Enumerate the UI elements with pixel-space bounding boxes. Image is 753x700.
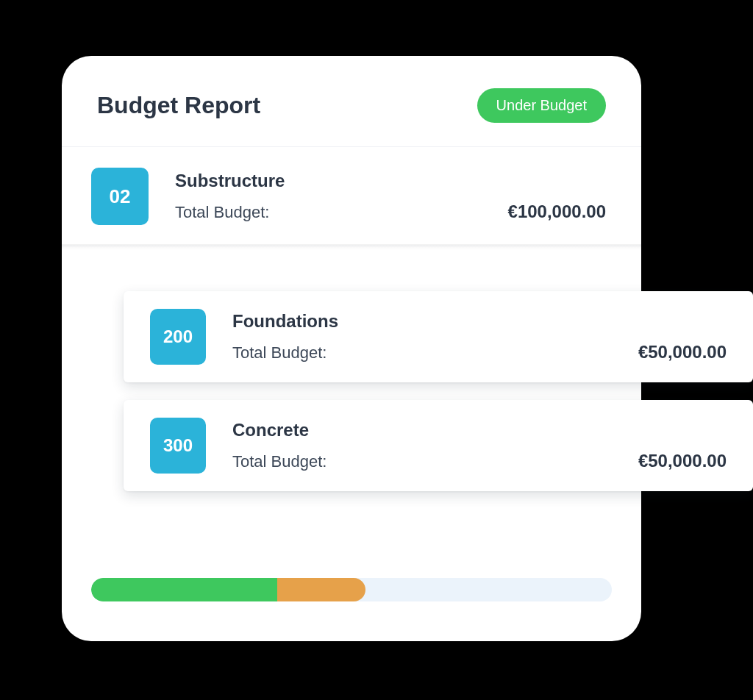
budget-label: Total Budget: [175,203,269,222]
subitem-budget-value: €50,000.00 [638,451,727,471]
sub-items-list: 200 Foundations Total Budget: €50,000.00… [124,291,753,509]
section-name: Substructure [175,171,606,191]
subitem-body: Foundations Total Budget: €50,000.00 [232,311,727,362]
list-item[interactable]: 200 Foundations Total Budget: €50,000.00 [124,291,753,382]
progress-segment-orange [277,578,365,601]
budget-row: Total Budget: €100,000.00 [175,201,606,222]
budget-section[interactable]: 02 Substructure Total Budget: €100,000.0… [62,147,641,246]
subitem-budget-label: Total Budget: [232,343,326,362]
subitem-budget-row: Total Budget: €50,000.00 [232,342,727,362]
progress-segment-green [91,578,289,601]
subitem-body: Concrete Total Budget: €50,000.00 [232,420,727,471]
subitem-code-box: 300 [150,418,206,474]
page-title: Budget Report [97,92,260,119]
subitem-code-box: 200 [150,309,206,365]
progress-bar [91,578,612,601]
subitem-budget-row: Total Budget: €50,000.00 [232,451,727,471]
card-header: Budget Report Under Budget [62,56,641,147]
section-body: Substructure Total Budget: €100,000.00 [175,171,606,222]
subitem-code: 200 [163,326,193,347]
subitem-budget-value: €50,000.00 [638,342,727,362]
subitem-name: Concrete [232,420,727,440]
section-code-box: 02 [91,168,149,225]
budget-value: €100,000.00 [508,201,606,222]
subitem-name: Foundations [232,311,727,332]
list-item[interactable]: 300 Concrete Total Budget: €50,000.00 [124,400,753,491]
subitem-budget-label: Total Budget: [232,452,326,471]
subitem-code: 300 [163,435,193,456]
status-badge: Under Budget [477,88,606,123]
section-code: 02 [110,185,131,208]
